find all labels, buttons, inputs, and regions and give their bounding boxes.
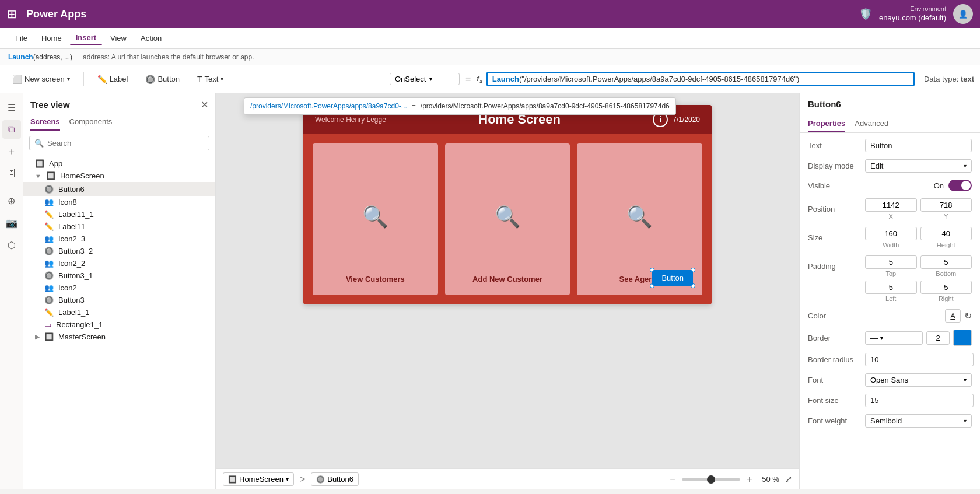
button6-label: Button — [662, 274, 684, 282]
search-input[interactable] — [47, 139, 204, 148]
button3-icon: 🔘 — [44, 296, 54, 304]
button-button[interactable]: 🔘 Button — [139, 72, 186, 87]
padding-left-input[interactable] — [865, 281, 917, 294]
avatar[interactable]: 👤 — [953, 4, 973, 24]
padding-right-col: Right — [921, 281, 972, 302]
right-panel-resize-handle[interactable] — [978, 93, 980, 489]
text-prop-value[interactable]: Button — [865, 139, 972, 152]
environment-info: Environment enayu.com (default) — [879, 5, 946, 23]
bottom-tab-homescreen[interactable]: 🔲 HomeScreen ▾ — [223, 472, 294, 486]
text-button[interactable]: T Text ▾ — [191, 72, 230, 87]
view-customers-label: View Customers — [346, 275, 405, 283]
props-header: Button6 — [800, 93, 980, 115]
tree-item-rectangle1-1[interactable]: ▭ Rectangle1_1 — [23, 318, 215, 331]
zoom-out-button[interactable]: − — [666, 472, 680, 486]
font-size-input[interactable] — [865, 394, 974, 407]
size-inputs: Width Height — [865, 227, 972, 248]
border-style-select[interactable]: — ▾ — [865, 331, 923, 345]
label11-icon: ✏️ — [44, 222, 54, 231]
tree-item-button6[interactable]: 🔘 Button6 ••• — [23, 182, 215, 196]
padding-top-col: Top — [865, 255, 917, 277]
tree-item-label11-1[interactable]: ✏️ Label11_1 — [23, 208, 215, 220]
icon2-icon: 👥 — [44, 283, 54, 292]
font-select[interactable]: Open Sans ▾ — [865, 373, 972, 387]
button6-element[interactable]: Button — [652, 270, 693, 286]
menu-insert[interactable]: Insert — [70, 31, 102, 45]
props-tab-properties[interactable]: Properties — [808, 115, 845, 132]
zoom-percentage: 50 % — [759, 475, 782, 484]
sidebar-layers-icon[interactable]: ⧉ — [2, 120, 21, 139]
tree-item-masterscreen-label: MasterScreen — [58, 332, 106, 341]
property-selector[interactable]: OnSelect ▾ — [390, 73, 460, 85]
tree-item-rectangle1-1-label: Rectangle1_1 — [56, 320, 211, 329]
color-refresh-icon[interactable]: ↻ — [964, 311, 972, 321]
font-chevron-icon: ▾ — [964, 377, 967, 383]
text-icon: T — [197, 75, 202, 84]
menu-home[interactable]: Home — [36, 31, 68, 45]
waffle-icon[interactable]: ⊞ — [7, 7, 17, 21]
menu-view[interactable]: View — [104, 31, 132, 45]
tree-item-button3-1[interactable]: 🔘 Button3_1 — [23, 269, 215, 282]
sidebar-components-icon[interactable]: ⬡ — [2, 236, 21, 254]
tree-item-icon2[interactable]: 👥 Icon2 — [23, 282, 215, 294]
color-controls: A ↻ — [945, 309, 972, 323]
canvas-card-add-customer[interactable]: 🔍 Add New Customer — [445, 143, 570, 295]
button-icon: 🔘 — [145, 75, 155, 84]
tree-close-button[interactable]: ✕ — [201, 99, 208, 110]
tree-item-button3[interactable]: 🔘 Button3 — [23, 294, 215, 306]
autocomplete-row[interactable]: /providers/Microsoft.PowerApps/apps/8a9a… — [244, 100, 676, 112]
tree-tab-components[interactable]: Components — [69, 114, 113, 131]
tree-item-label11[interactable]: ✏️ Label11 — [23, 220, 215, 233]
size-height-input[interactable] — [921, 227, 972, 240]
padding-right-input[interactable] — [921, 281, 972, 294]
size-label: Size — [808, 233, 860, 242]
size-height-label: Height — [921, 241, 972, 248]
border-radius-input[interactable] — [865, 353, 974, 366]
tree-item-label1-1[interactable]: ✏️ Label1_1 — [23, 306, 215, 318]
sidebar-media-icon[interactable]: 📷 — [2, 213, 21, 232]
font-weight-select[interactable]: Semibold ▾ — [865, 414, 972, 428]
tree-item-icon2-3[interactable]: 👥 Icon2_3 — [23, 233, 215, 245]
tree-tab-screens[interactable]: Screens — [30, 114, 60, 131]
formula-input[interactable]: Launch("/providers/Microsoft.PowerApps/a… — [487, 72, 915, 86]
padding-top-input[interactable] — [865, 255, 917, 269]
canvas-card-view-customers[interactable]: 🔍 View Customers — [313, 143, 438, 295]
sidebar-hamburger-icon[interactable]: ☰ — [2, 98, 21, 117]
sidebar-database-icon[interactable]: 🗄 — [2, 164, 21, 183]
zoom-slider[interactable] — [682, 478, 740, 481]
formula-hint-text: Launch(address, ...) — [8, 53, 72, 61]
bottom-tab-button6[interactable]: 🔘 Button6 — [311, 472, 359, 486]
tree-item-icon2-2[interactable]: 👥 Icon2_2 — [23, 257, 215, 269]
size-width-input[interactable] — [865, 227, 917, 240]
new-screen-label: New screen — [24, 75, 65, 83]
sidebar-plus-icon[interactable]: ＋ — [2, 142, 21, 161]
color-a-button[interactable]: A — [945, 309, 961, 323]
prop-row-color: Color A ↻ — [808, 309, 972, 323]
prop-row-visible: Visible On — [808, 180, 972, 191]
tree-item-icon8[interactable]: 👥 Icon8 — [23, 196, 215, 208]
tree-item-app[interactable]: 🔲 App — [23, 157, 215, 170]
tree-item-homescreen[interactable]: ▼ 🔲 HomeScreen — [23, 170, 215, 182]
label-button[interactable]: ✏️ Label — [91, 72, 135, 87]
menu-action[interactable]: Action — [135, 31, 167, 45]
text-btn-label: Text — [205, 75, 219, 83]
new-screen-button[interactable]: ⬜ New screen ▾ — [6, 72, 76, 87]
zoom-in-button[interactable]: + — [743, 472, 757, 486]
sidebar-variables-icon[interactable]: ⊕ — [2, 191, 21, 210]
tree-item-masterscreen[interactable]: ▶ 🔲 MasterScreen — [23, 331, 215, 343]
menu-file[interactable]: File — [9, 31, 33, 45]
position-y-input[interactable] — [921, 198, 972, 212]
border-radius-label: Border radius — [808, 355, 860, 364]
padding-bottom-input[interactable] — [921, 255, 972, 269]
position-x-input[interactable] — [865, 198, 917, 212]
props-tab-advanced[interactable]: Advanced — [855, 115, 888, 132]
border-color-swatch[interactable] — [953, 330, 972, 346]
display-mode-select[interactable]: Edit ▾ — [865, 159, 972, 173]
tree-panel: Tree view ✕ Screens Components 🔍 🔲 App ▼… — [23, 93, 216, 489]
border-width-input[interactable] — [926, 331, 950, 345]
fullscreen-icon[interactable]: ⤢ — [785, 474, 792, 485]
tree-item-button3-2[interactable]: 🔘 Button3_2 — [23, 245, 215, 257]
visible-toggle[interactable] — [949, 180, 972, 191]
canvas-card-see-agents[interactable]: 🔍 See Agents Button — [577, 143, 702, 295]
zoom-handle[interactable] — [707, 475, 715, 484]
